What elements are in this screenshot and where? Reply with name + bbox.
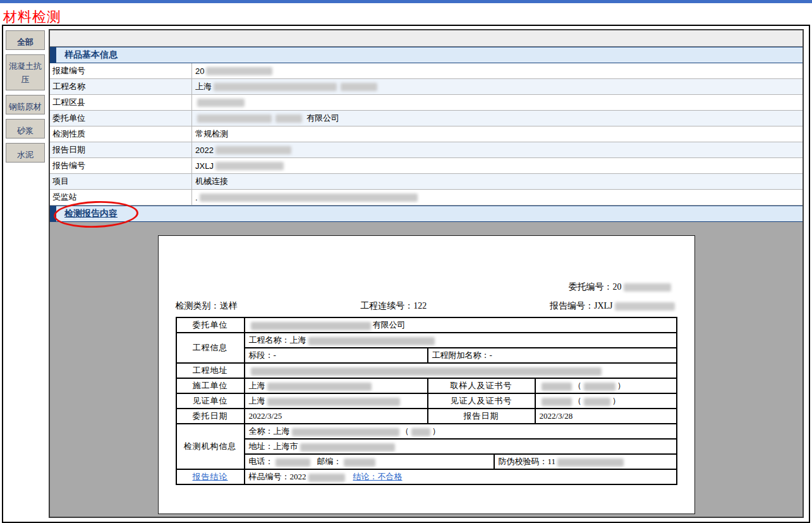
row-label: 检测机构信息 bbox=[176, 424, 245, 469]
row-value: 机械连接 bbox=[192, 176, 803, 187]
page-title: 材料检测 bbox=[0, 3, 812, 27]
redacted-text bbox=[206, 67, 272, 75]
row-label: 取样人及证书号 bbox=[428, 378, 535, 393]
report-paper: 委托编号：20 检测类别：送样 工程连续号：122 报告编号：JXLJ 委托单位… bbox=[158, 235, 695, 514]
row-value: JXLJ bbox=[192, 161, 803, 171]
value-text: 报告编号：JXLJ bbox=[550, 301, 613, 311]
table-row: 报告编号 JXLJ bbox=[50, 158, 803, 174]
row-value bbox=[245, 363, 677, 378]
value-text: 20 bbox=[195, 66, 204, 76]
value-text: 委托编号：20 bbox=[569, 282, 622, 292]
value-text: 防伪校验码：11 bbox=[499, 457, 556, 466]
row-label: 工程名称 bbox=[50, 79, 192, 94]
main-panel: 样品基本信息 报建编号 20 工程名称 上海 工程区县 委托单位 有限公司 检测… bbox=[49, 29, 804, 518]
value-text: 2022 bbox=[195, 145, 214, 155]
report-serial: 工程连续号：122 bbox=[360, 300, 427, 312]
row-label: 报告结论 bbox=[176, 469, 245, 484]
redacted-text bbox=[584, 383, 615, 391]
row-value: 地址：上海市 bbox=[245, 439, 677, 454]
section-header-basic-info: 样品基本信息 bbox=[50, 47, 803, 63]
table-row: 工程信息 工程名称：上海 bbox=[176, 333, 677, 348]
value-text: 上海 bbox=[249, 396, 265, 405]
table-row: 地址：上海市 bbox=[176, 439, 677, 454]
row-value: （） bbox=[535, 378, 677, 393]
report-conclusion-link[interactable]: 报告结论 bbox=[193, 472, 228, 481]
row-value: 上海 bbox=[245, 378, 428, 393]
value-text: 工程名称：上海 bbox=[249, 335, 306, 345]
row-value bbox=[192, 99, 803, 107]
report-category: 检测类别：送样 bbox=[176, 300, 238, 312]
table-row: 报建编号 20 bbox=[50, 63, 803, 79]
redacted-text bbox=[542, 383, 572, 391]
section-header-report-content: 检测报告内容 bbox=[50, 206, 803, 222]
redacted-text bbox=[215, 146, 291, 154]
redacted-text bbox=[267, 398, 400, 406]
table-row: 委托单位 有限公司 bbox=[176, 317, 677, 333]
row-value: 20 bbox=[192, 66, 803, 76]
table-row: 工程区县 bbox=[50, 95, 803, 111]
redacted-text bbox=[214, 83, 337, 91]
value-text: （ bbox=[574, 396, 582, 405]
sidebar-item-label: 混凝土抗压 bbox=[9, 61, 42, 84]
redacted-text bbox=[615, 302, 675, 311]
table-row: 报告日期 2022 bbox=[50, 142, 803, 158]
report-content-link[interactable]: 检测报告内容 bbox=[64, 208, 118, 219]
row-value: 工程附加名称：- bbox=[428, 348, 677, 363]
section-title: 样品基本信息 bbox=[64, 49, 118, 61]
sidebar-item-label: 全部 bbox=[17, 37, 33, 47]
value-text: ） bbox=[617, 381, 626, 390]
table-row: 电话：邮编： 防伪校验码：11 bbox=[176, 454, 677, 469]
sidebar-item-mortar[interactable]: 砂浆 bbox=[6, 119, 45, 138]
redacted-text bbox=[557, 458, 624, 467]
table-row: 检测性质 常规检测 bbox=[50, 126, 803, 142]
table-row: 报告结论 样品编号：2022结论：不合格 bbox=[176, 469, 677, 484]
table-row: 施工单位 上海 取样人及证书号 （） bbox=[176, 378, 677, 393]
row-label: 委托日期 bbox=[176, 409, 245, 424]
table-row: 项目 机械连接 bbox=[50, 174, 803, 190]
sidebar-item-concrete[interactable]: 混凝土抗压 bbox=[6, 54, 45, 90]
row-value: 上海 bbox=[192, 81, 803, 92]
value-text: 样品编号：2022 bbox=[249, 472, 306, 481]
sidebar-item-label: 钢筋原材 bbox=[9, 102, 42, 111]
redacted-text bbox=[300, 443, 395, 452]
sidebar-item-all[interactable]: 全部 bbox=[6, 30, 45, 50]
sidebar-item-cement[interactable]: 水泥 bbox=[6, 143, 45, 163]
sidebar-item-label: 砂浆 bbox=[17, 126, 33, 135]
row-value: 上海 bbox=[245, 393, 428, 409]
conclusion-fail-link[interactable]: 结论：不合格 bbox=[353, 472, 403, 481]
redacted-text bbox=[542, 398, 572, 406]
value-text: 上海 bbox=[195, 81, 212, 92]
content-frame: 全部 混凝土抗压 钢筋原材 砂浆 水泥 样品基本信息 报建编号 20 工程名称 … bbox=[2, 25, 810, 523]
value-text: （ bbox=[401, 426, 409, 436]
report-table: 委托单位 有限公司 工程信息 工程名称：上海 标段：- 工程附加名称：- 工程地… bbox=[176, 317, 677, 485]
report-consign-no: 委托编号：20 bbox=[159, 281, 694, 293]
redacted-text bbox=[344, 458, 375, 467]
redacted-text bbox=[292, 428, 399, 436]
row-value: 2022/3/28 bbox=[535, 409, 677, 424]
row-value: 2022/3/25 bbox=[245, 409, 428, 424]
row-value: 电话：邮编： bbox=[245, 454, 494, 469]
sidebar-item-label: 水泥 bbox=[17, 150, 33, 159]
report-canvas: 委托编号：20 检测类别：送样 工程连续号：122 报告编号：JXLJ 委托单位… bbox=[50, 222, 803, 517]
row-value: 标段：- bbox=[245, 348, 428, 363]
row-value: 有限公司 bbox=[192, 113, 803, 124]
redacted-text bbox=[308, 474, 345, 482]
row-value: 常规检测 bbox=[192, 128, 803, 140]
value-text: 邮编： bbox=[317, 457, 342, 466]
redacted-text bbox=[267, 383, 372, 391]
category-sidebar: 全部 混凝土抗压 钢筋原材 砂浆 水泥 bbox=[3, 26, 49, 522]
table-row: 标段：- 工程附加名称：- bbox=[176, 348, 677, 363]
row-label: 施工单位 bbox=[176, 378, 245, 393]
title-bar: 材料检测 bbox=[0, 3, 812, 25]
row-label: 工程区县 bbox=[50, 95, 192, 110]
row-label: 见证单位 bbox=[176, 393, 245, 409]
table-row: 委托日期 2022/3/25 报告日期 2022/3/28 bbox=[176, 409, 677, 424]
row-label: 见证人及证书号 bbox=[428, 393, 535, 409]
basic-info-table: 报建编号 20 工程名称 上海 工程区县 委托单位 有限公司 检测性质 常规检测… bbox=[50, 63, 803, 206]
row-label: 报建编号 bbox=[50, 63, 192, 78]
redacted-text bbox=[584, 398, 610, 406]
redacted-text bbox=[197, 99, 245, 107]
row-label: 工程信息 bbox=[176, 333, 245, 363]
sidebar-item-rebar[interactable]: 钢筋原材 bbox=[6, 95, 45, 114]
table-row: 委托单位 有限公司 bbox=[50, 111, 803, 126]
